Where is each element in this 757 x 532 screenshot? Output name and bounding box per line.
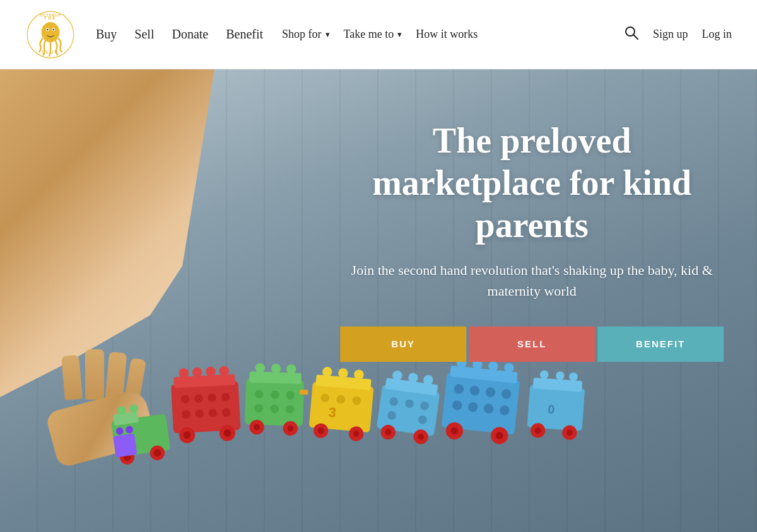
take-me-to-label: Take me to bbox=[344, 28, 394, 41]
hero-headline: The preloved marketplace for kind parent… bbox=[340, 120, 724, 247]
search-icon bbox=[624, 25, 639, 40]
svg-point-104 bbox=[556, 371, 565, 380]
svg-rect-22 bbox=[171, 381, 240, 434]
svg-rect-40 bbox=[245, 379, 305, 427]
svg-text:3: 3 bbox=[328, 405, 337, 420]
header-actions: Sign up Log in bbox=[624, 25, 732, 44]
take-me-to-dropdown[interactable]: Take me to ▾ bbox=[344, 28, 402, 41]
login-link[interactable]: Log in bbox=[702, 28, 732, 41]
secondary-nav: Shop for ▾ Take me to ▾ How it works bbox=[282, 28, 478, 41]
logo[interactable]: THE OCTOPUS CLUB bbox=[25, 9, 76, 60]
take-me-to-chevron-icon: ▾ bbox=[397, 30, 402, 40]
nav-donate[interactable]: Donate bbox=[172, 27, 208, 42]
svg-line-10 bbox=[633, 35, 638, 39]
svg-point-42 bbox=[255, 363, 265, 373]
nav-sell[interactable]: Sell bbox=[134, 27, 154, 42]
nav-buy[interactable]: Buy bbox=[96, 27, 117, 42]
svg-point-7 bbox=[47, 28, 48, 30]
svg-point-14 bbox=[129, 404, 139, 413]
shop-for-dropdown[interactable]: Shop for ▾ bbox=[282, 28, 330, 41]
how-it-works-link[interactable]: How it works bbox=[416, 28, 478, 41]
svg-rect-51 bbox=[300, 390, 308, 395]
svg-point-8 bbox=[53, 28, 54, 30]
shop-for-chevron-icon: ▾ bbox=[326, 30, 330, 40]
hero-benefit-button[interactable]: BENEFIT bbox=[597, 327, 724, 362]
svg-text:OCTOPUS: OCTOPUS bbox=[40, 13, 61, 17]
hero-text-block: The preloved marketplace for kind parent… bbox=[340, 120, 724, 362]
hero-section: 3 bbox=[0, 69, 757, 532]
svg-point-43 bbox=[271, 364, 281, 374]
svg-point-44 bbox=[286, 364, 296, 374]
nav-benefit[interactable]: Benefit bbox=[226, 27, 263, 42]
svg-point-4 bbox=[42, 22, 60, 42]
hero-subtext: Join the second hand revolution that's s… bbox=[340, 260, 724, 301]
hero-buy-button[interactable]: BUY bbox=[340, 327, 466, 362]
svg-text:0: 0 bbox=[548, 402, 555, 417]
svg-point-103 bbox=[539, 370, 548, 379]
search-button[interactable] bbox=[624, 25, 639, 44]
site-header: THE OCTOPUS CLUB Buy Sell Donate Benefit bbox=[0, 0, 757, 69]
primary-nav: Buy Sell Donate Benefit bbox=[96, 27, 263, 42]
hero-sell-button[interactable]: SELL bbox=[469, 327, 595, 362]
signup-link[interactable]: Sign up bbox=[653, 28, 688, 41]
svg-rect-19 bbox=[113, 433, 137, 457]
svg-point-105 bbox=[569, 372, 578, 381]
shop-for-label: Shop for bbox=[282, 28, 322, 41]
logo-icon: THE OCTOPUS CLUB bbox=[25, 9, 76, 60]
hero-cta-buttons: BUY SELL BENEFIT bbox=[340, 327, 724, 362]
finger-1 bbox=[61, 355, 83, 400]
